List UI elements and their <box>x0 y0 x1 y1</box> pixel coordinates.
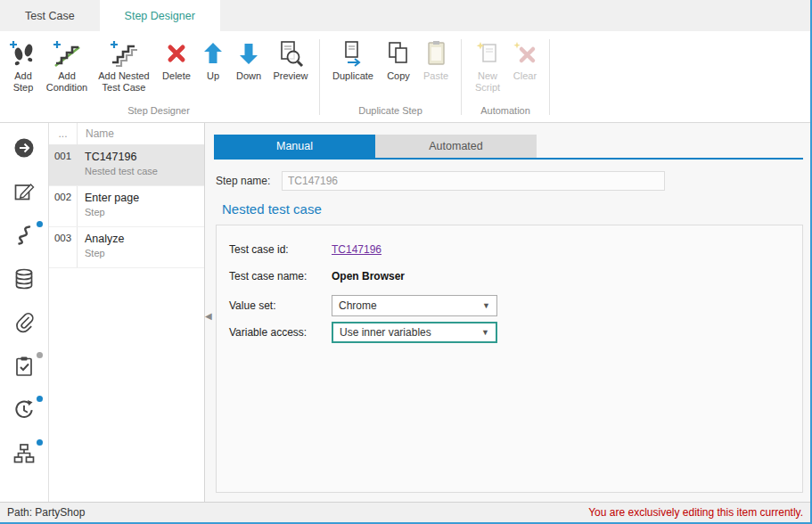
preview-label: Preview <box>273 70 308 82</box>
test-case-name-label: Test case name: <box>229 270 332 282</box>
chevron-down-icon: ▼ <box>481 328 489 337</box>
variable-access-dropdown[interactable]: Use inner variables ▼ <box>332 322 497 343</box>
field-test-case-name: Test case name: Open Browser <box>229 265 802 287</box>
new-script-button: New Script <box>468 37 507 95</box>
up-label: Up <box>207 70 219 82</box>
status-path: Path: PartyShop <box>7 506 85 519</box>
detail-tab-strip: Manual Automated <box>214 135 803 160</box>
sidebar-item-edit[interactable] <box>11 179 37 206</box>
delete-icon <box>162 39 191 68</box>
checklist-icon <box>12 355 36 381</box>
variable-access-selected: Use inner variables <box>340 326 431 339</box>
sidebar-item-history[interactable] <box>11 397 37 424</box>
status-editing-message: You are exclusively editing this item cu… <box>588 506 803 519</box>
tab-step-designer[interactable]: Step Designer <box>100 0 220 31</box>
duplicate-icon <box>339 39 367 68</box>
add-step-button[interactable]: Add Step <box>4 37 42 95</box>
value-set-dropdown[interactable]: Chrome ▼ <box>332 295 497 316</box>
add-step-label: Add Step <box>5 70 41 94</box>
new-script-label: New Script <box>469 70 506 94</box>
ribbon-group-label-automation: Automation <box>463 102 547 122</box>
step-type: Nested test case <box>85 166 158 176</box>
collapse-panel-arrow-icon[interactable]: ◀ <box>205 312 212 321</box>
database-icon <box>12 267 36 293</box>
step-list-column-order[interactable]: ... <box>49 123 78 144</box>
paste-icon <box>422 39 450 68</box>
step-list-column-name[interactable]: Name <box>78 127 114 140</box>
step-type: Step <box>85 207 139 217</box>
attachment-icon <box>12 311 36 337</box>
add-step-icon <box>9 39 37 68</box>
step-number: 001 <box>49 145 78 185</box>
notification-dot <box>37 221 43 227</box>
tab-manual[interactable]: Manual <box>214 135 375 158</box>
value-set-label: Value set: <box>229 299 332 312</box>
step-list-panel: ... Name 001 TC147196 Nested test case 0… <box>49 123 205 502</box>
up-button[interactable]: Up <box>197 37 229 84</box>
section-title: Nested test case <box>222 201 803 217</box>
ribbon-group-label-step-designer: Step Designer <box>0 102 317 122</box>
hierarchy-icon <box>12 442 36 468</box>
step-row-003[interactable]: 003 Analyze Step <box>49 227 204 268</box>
step-number: 003 <box>49 227 78 267</box>
delete-button[interactable]: Delete <box>156 37 197 84</box>
navigate-arrow-icon <box>12 136 36 162</box>
delete-label: Delete <box>162 70 191 82</box>
step-name-label: Step name: <box>216 175 282 187</box>
duplicate-button[interactable]: Duplicate <box>326 37 380 84</box>
copy-button[interactable]: Copy <box>380 37 417 84</box>
down-button[interactable]: Down <box>229 37 268 84</box>
value-set-selected: Chrome <box>339 299 377 312</box>
ribbon-tab-bar: Test Case Step Designer <box>0 0 810 31</box>
status-bar: Path: PartyShop You are exclusively edit… <box>0 502 810 522</box>
sidebar-item-data[interactable] <box>11 266 37 293</box>
add-nested-test-case-button[interactable]: Add Nested Test Case <box>92 37 156 95</box>
tab-test-case[interactable]: Test Case <box>0 0 100 31</box>
test-case-name-value: Open Browser <box>332 270 405 282</box>
step-row-001[interactable]: 001 TC147196 Nested test case <box>49 145 204 186</box>
add-nested-test-case-icon <box>110 39 138 68</box>
step-row-002[interactable]: 002 Enter page Step <box>49 186 204 227</box>
down-arrow-icon <box>234 39 263 68</box>
new-script-icon <box>473 39 502 68</box>
history-icon <box>12 398 36 424</box>
add-condition-icon <box>53 39 81 68</box>
tab-automated[interactable]: Automated <box>375 135 537 158</box>
sidebar-item-navigate[interactable] <box>11 135 37 162</box>
sidebar-item-attachments[interactable] <box>11 310 37 337</box>
ribbon-separator <box>549 39 550 115</box>
clear-label: Clear <box>513 70 537 82</box>
test-case-id-label: Test case id: <box>229 243 332 256</box>
step-number: 002 <box>49 186 78 226</box>
up-arrow-icon <box>199 39 227 68</box>
step-name-input[interactable] <box>282 171 665 191</box>
preview-button[interactable]: Preview <box>268 37 313 84</box>
clear-icon <box>511 39 539 68</box>
notification-dot <box>37 396 43 402</box>
sidebar-item-checklist[interactable] <box>11 354 37 381</box>
chevron-down-icon: ▼ <box>482 301 490 310</box>
nested-test-case-fields: Test case id: TC147196 Test case name: O… <box>216 225 803 493</box>
notification-dot <box>37 439 43 446</box>
ribbon-separator <box>461 39 462 115</box>
left-navigation-strip <box>0 123 49 502</box>
sidebar-item-hierarchy[interactable] <box>11 441 37 468</box>
sidebar-item-steps[interactable] <box>11 223 37 250</box>
add-nested-test-case-label: Add Nested Test Case <box>93 70 155 94</box>
add-condition-label: Add Condition <box>43 70 91 94</box>
field-test-case-id: Test case id: TC147196 <box>229 238 802 260</box>
duplicate-label: Duplicate <box>332 70 373 82</box>
ribbon-group-label-duplicate-step: Duplicate Step <box>322 102 459 122</box>
copy-label: Copy <box>387 70 410 82</box>
field-value-set: Value set: Chrome ▼ <box>229 294 802 316</box>
step-detail-panel: ◀ Manual Automated Step name: Nested tes… <box>205 123 810 502</box>
preview-icon <box>276 39 305 68</box>
ribbon-group-duplicate-step: Duplicate Copy <box>322 37 459 122</box>
steps-icon <box>12 224 36 250</box>
test-case-id-link[interactable]: TC147196 <box>332 243 381 256</box>
variable-access-label: Variable access: <box>229 326 332 339</box>
paste-label: Paste <box>423 70 448 82</box>
step-name-row: Step name: <box>216 171 803 191</box>
add-condition-button[interactable]: Add Condition <box>42 37 92 95</box>
step-name: Analyze <box>85 233 124 245</box>
